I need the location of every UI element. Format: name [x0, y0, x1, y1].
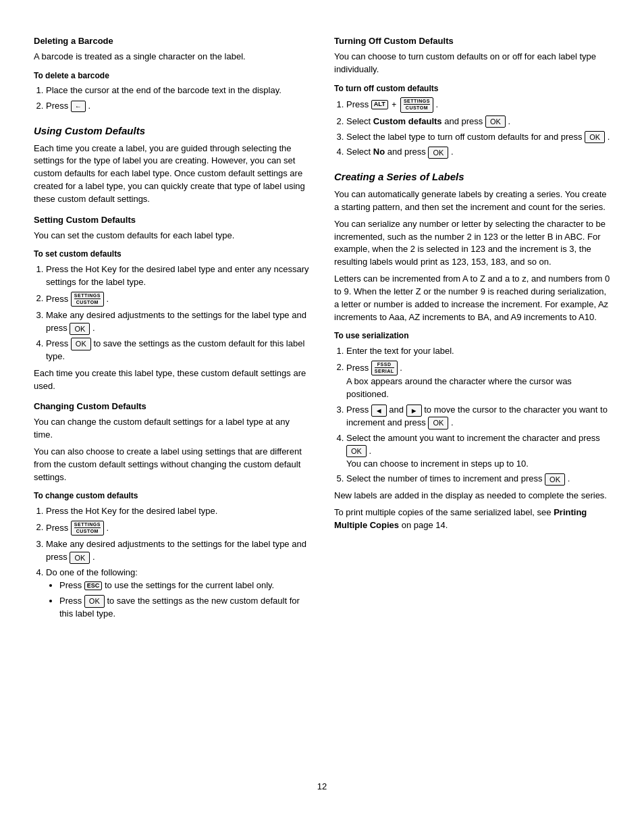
settings-custom-key: SETTINGS CUSTOM: [71, 521, 104, 536]
period: .: [508, 116, 510, 126]
list-item: Press ALT + SETTINGS CUSTOM .: [346, 97, 610, 113]
settings-custom-key: SETTINGS CUSTOM: [400, 97, 433, 113]
esc-key: ESC: [84, 581, 103, 591]
list-item: Press ← .: [46, 100, 310, 113]
list-item: Press the Hot Key for the desired label …: [46, 505, 310, 518]
sub-text: A box appears around the character where…: [346, 376, 572, 399]
list-item: Make any desired adjustments to the sett…: [46, 538, 310, 564]
list-item: Select the amount you want to increment …: [346, 432, 610, 471]
step-text: Do one of the following:: [46, 567, 138, 577]
turning-off-title: Turning Off Custom Defaults: [334, 35, 610, 48]
and-text: and: [389, 405, 406, 415]
changing-intro2: You can also choose to create a label us…: [34, 446, 310, 484]
bullet-text: Press: [59, 596, 84, 606]
creating-series-title: Creating a Series of Labels: [334, 170, 610, 184]
left-column: Deleting a Barcode A barcode is treated …: [34, 27, 310, 760]
setting-after: Each time you create this label type, th…: [34, 367, 310, 393]
creating-series-intro2: You can serialize any number or letter b…: [334, 218, 610, 269]
fssd-serial-key: FSSD SERIAL: [371, 361, 398, 376]
right-arrow-key: ►: [406, 405, 422, 417]
deleting-barcode-title: Deleting a Barcode: [34, 35, 310, 48]
ok-key: OK: [70, 552, 90, 564]
content-columns: Deleting a Barcode A barcode is treated …: [34, 27, 610, 760]
step-text: Select the amount you want to increment …: [346, 433, 600, 443]
list-item: Select Custom defaults and press OK .: [346, 115, 610, 128]
period: .: [92, 323, 95, 333]
step-text: Press: [346, 405, 371, 415]
period: .: [436, 99, 439, 109]
ok-key: OK: [428, 147, 448, 159]
step-text: Select No and press: [346, 147, 428, 157]
ok-key: OK: [545, 473, 565, 486]
period: .: [369, 446, 372, 456]
back-key: ←: [71, 101, 86, 112]
list-item: Select the label type to turn off custom…: [346, 131, 610, 144]
list-item: Place the cursor at the end of the barco…: [46, 84, 310, 97]
set-custom-defaults-subtitle: To set custom defaults: [34, 249, 310, 260]
plus-sign: +: [392, 100, 396, 109]
list-item: Press SETTINGS CUSTOM .: [46, 521, 310, 536]
period: .: [106, 522, 109, 532]
step-text: Select Custom defaults and press: [346, 116, 485, 126]
period: .: [88, 101, 90, 111]
period: .: [451, 147, 454, 157]
change-custom-defaults-subtitle: To change custom defaults: [34, 490, 310, 502]
step-text: Press: [346, 362, 371, 372]
list-item: Select the number of times to increment …: [346, 473, 610, 486]
list-item: Do one of the following: Press ESC to us…: [46, 567, 310, 620]
ok-key: OK: [346, 445, 367, 457]
page-number: 12: [34, 781, 610, 793]
after2-suffix: on page 14.: [399, 520, 448, 530]
list-item: Press FSSD SERIAL . A box appears around…: [346, 361, 610, 401]
list-item: Press the Hot Key for the desired label …: [46, 263, 310, 289]
bullet-text: Press: [59, 580, 84, 590]
list-item: Press SETTINGS CUSTOM .: [46, 292, 310, 307]
setting-intro: You can set the custom defaults for each…: [34, 230, 310, 242]
period: .: [106, 293, 109, 303]
serialization-steps: Enter the text for your label. Press FSS…: [346, 345, 610, 486]
after2: To print multiple copies of the same ser…: [334, 506, 610, 532]
turning-off-intro: You can choose to turn custom defaults o…: [334, 51, 610, 76]
step-text: Press: [46, 293, 71, 303]
list-item: Select No and press OK .: [346, 146, 610, 159]
creating-series-intro1: You can automatically generate labels by…: [334, 188, 610, 214]
step-text: Press: [46, 338, 71, 348]
list-item: Press OK to save the settings as the new…: [59, 595, 310, 621]
ok-key: OK: [485, 115, 506, 128]
page: Deleting a Barcode A barcode is treated …: [0, 0, 644, 834]
step-text: Press: [46, 522, 71, 532]
step-text: Enter the text for your label.: [346, 346, 454, 356]
turn-off-subtitle: To turn off custom defaults: [334, 83, 610, 95]
right-column: Turning Off Custom Defaults You can choo…: [334, 27, 610, 760]
alt-key: ALT: [371, 100, 388, 109]
using-custom-defaults-title: Using Custom Defaults: [34, 124, 310, 138]
using-custom-defaults-intro: Each time you create a label, you are gu…: [34, 142, 310, 206]
ok-key: OK: [84, 595, 105, 607]
ok-key: OK: [585, 131, 605, 143]
list-item: Press OK to save the settings as the cus…: [46, 338, 310, 363]
step-text: Press: [46, 101, 71, 111]
list-item: Press ESC to use the settings for the cu…: [59, 579, 310, 592]
step-text: Select the label type to turn off custom…: [346, 132, 585, 142]
change-custom-defaults-steps: Press the Hot Key for the desired label …: [46, 505, 310, 621]
after2-prefix: To print multiple copies of the same ser…: [334, 507, 554, 517]
delete-barcode-steps: Place the cursor at the end of the barco…: [46, 84, 310, 113]
list-item: Press ◄ and ► to move the cursor to the …: [346, 404, 610, 429]
changing-intro1: You can change the custom default settin…: [34, 416, 310, 442]
turn-off-steps: Press ALT + SETTINGS CUSTOM . Select Cus…: [346, 97, 610, 159]
ok-key: OK: [428, 417, 448, 429]
step-text: Select the number of times to increment …: [346, 473, 545, 484]
changing-custom-defaults-title: Changing Custom Defaults: [34, 400, 310, 413]
ok-key: OK: [71, 338, 91, 350]
bullet-suffix: to use the settings for the current labe…: [105, 580, 274, 590]
set-custom-defaults-steps: Press the Hot Key for the desired label …: [46, 263, 310, 363]
list-item: Enter the text for your label.: [346, 345, 610, 358]
period: .: [568, 473, 570, 484]
period: .: [92, 552, 95, 562]
use-serialization-subtitle: To use serialization: [334, 330, 610, 342]
period: .: [451, 417, 454, 427]
sub-text: You can choose to increment in steps up …: [346, 459, 529, 469]
left-arrow-key: ◄: [371, 405, 387, 417]
creating-series-intro3: Letters can be incremented from A to Z a…: [334, 273, 610, 323]
settings-custom-key: SETTINGS CUSTOM: [71, 292, 104, 307]
